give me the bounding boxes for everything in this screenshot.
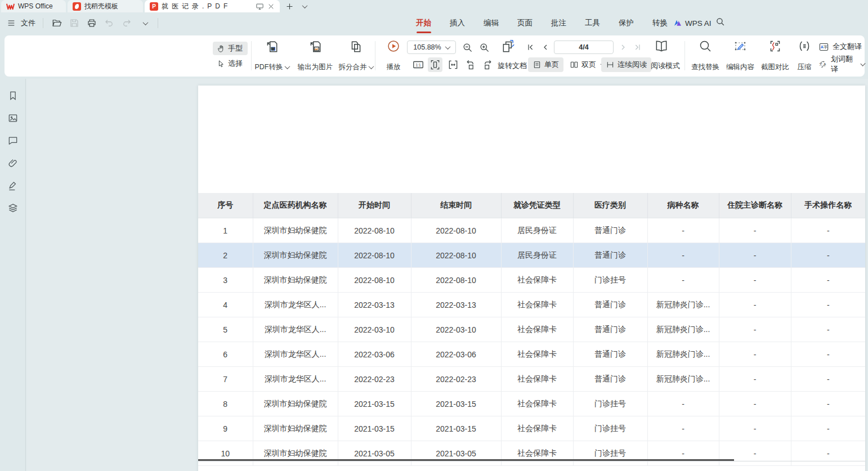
first-page-button[interactable] xyxy=(525,40,537,55)
play-button[interactable]: 播放 xyxy=(377,39,410,72)
word-translate-icon: A 文 xyxy=(818,59,827,70)
table-cell: 2022-08-10 xyxy=(411,218,501,243)
table-cell: 4 xyxy=(198,293,253,317)
table-cell: - xyxy=(791,441,865,466)
read-mode-label[interactable]: 阅读模式 xyxy=(651,61,680,71)
menu-item-insert[interactable]: 插入 xyxy=(449,17,466,29)
rotate-document-label[interactable]: 旋转文档 xyxy=(498,61,527,71)
menu-item-convert[interactable]: 转换 xyxy=(652,17,668,29)
menu-item-tools[interactable]: 工具 xyxy=(584,17,601,29)
actual-size-button[interactable]: 1:1 xyxy=(411,57,426,72)
play-icon xyxy=(387,39,400,53)
attachment-icon[interactable] xyxy=(7,158,19,169)
previous-page-button[interactable] xyxy=(539,40,552,55)
pdf-convert-button[interactable]: W PDF转换 xyxy=(250,39,293,72)
compress-button[interactable]: 压缩 xyxy=(791,39,817,72)
table-cell: 门诊挂号 xyxy=(573,392,647,416)
table-cell: 深圳市妇幼保健院 xyxy=(253,392,338,416)
divider xyxy=(43,18,43,28)
signature-pen-icon[interactable] xyxy=(7,180,19,191)
print-button[interactable] xyxy=(86,17,98,29)
wps-ai-button[interactable]: WPS AI xyxy=(673,12,712,34)
svg-text:文: 文 xyxy=(819,62,822,65)
table-row: 1深圳市妇幼保健院2022-08-102022-08-10居民身份证普通门诊--… xyxy=(198,218,865,243)
menu-item-protect[interactable]: 保护 xyxy=(618,17,634,29)
fit-page-button[interactable] xyxy=(428,57,442,72)
compress-icon xyxy=(798,39,811,53)
divider xyxy=(684,41,685,70)
table-cell: 社会保障卡 xyxy=(501,268,573,293)
plus-icon xyxy=(285,2,294,11)
play-label: 播放 xyxy=(387,62,401,72)
menu-item-comment[interactable]: 批注 xyxy=(551,17,567,29)
hamburger-menu-icon[interactable] xyxy=(7,19,16,28)
table-cell: 2022-03-10 xyxy=(338,317,411,342)
fit-width-button[interactable] xyxy=(446,57,460,72)
quickbar-more-button[interactable] xyxy=(138,17,150,29)
single-page-button[interactable]: 单页 xyxy=(528,57,563,72)
fit-width-icon xyxy=(448,59,459,70)
table-cell: 社会保障卡 xyxy=(501,392,573,416)
table-cell: 10 xyxy=(198,441,253,466)
table-cell: 2022-08-10 xyxy=(338,218,411,243)
redo-icon xyxy=(122,18,132,28)
next-page-button[interactable] xyxy=(617,40,629,55)
table-cell: 2021-03-15 xyxy=(411,416,501,441)
menu-search-button[interactable] xyxy=(715,17,725,26)
document-viewport[interactable]: 序号定点医药机构名称开始时间结束时间就诊凭证类型医疗类别病种名称住院主诊断名称手… xyxy=(26,79,868,471)
table-cell: - xyxy=(719,268,791,293)
split-merge-button[interactable]: 拆分合并 xyxy=(332,39,379,72)
last-page-button[interactable] xyxy=(631,40,643,55)
table-cell: - xyxy=(719,392,791,416)
tab-list-button[interactable] xyxy=(298,1,308,11)
select-tool-button[interactable]: 选择 xyxy=(213,57,248,70)
save-button[interactable] xyxy=(68,17,80,29)
search-icon xyxy=(715,17,725,26)
svg-text:A: A xyxy=(824,62,826,65)
rotate-document-button[interactable] xyxy=(500,39,517,53)
menu-item-page[interactable]: 页面 xyxy=(517,17,533,29)
svg-text:A: A xyxy=(821,45,824,50)
table-header-cell: 定点医药机构名称 xyxy=(253,193,338,218)
tab-wps-home[interactable]: WPS Office xyxy=(1,0,66,12)
full-translate-button[interactable]: A 字 全文翻译 xyxy=(818,41,862,53)
zoom-in-button[interactable] xyxy=(477,40,491,55)
table-row: 3深圳市妇幼保健院2022-08-102022-08-10社会保障卡门诊挂号--… xyxy=(198,268,865,293)
rotate-left-button[interactable] xyxy=(463,57,478,72)
table-row: 9深圳市妇幼保健院2021-03-152021-03-15社会保障卡门诊挂号--… xyxy=(198,416,865,441)
rotate-right-button[interactable] xyxy=(480,57,495,72)
menu-item-edit[interactable]: 编辑 xyxy=(483,17,499,29)
share-screen-icon[interactable] xyxy=(256,2,264,11)
edit-content-button[interactable]: 编辑内容 xyxy=(723,39,758,72)
hand-tool-button[interactable]: 手型 xyxy=(213,42,248,55)
double-page-label: 双页 xyxy=(581,60,596,70)
layers-icon[interactable] xyxy=(7,203,19,214)
redo-button[interactable] xyxy=(120,17,133,29)
read-mode-button[interactable] xyxy=(652,39,671,53)
new-tab-button[interactable] xyxy=(284,1,294,11)
close-tab-icon[interactable] xyxy=(267,3,275,10)
file-menu-button[interactable]: 文件 xyxy=(21,18,35,28)
screenshot-compare-button[interactable]: 截图对比 xyxy=(758,39,793,72)
word-translate-button[interactable]: A 文 划词翻译 xyxy=(818,58,865,70)
zoom-level-select[interactable]: 105.88% xyxy=(407,41,456,54)
comment-icon[interactable] xyxy=(7,135,19,146)
edit-content-icon xyxy=(733,39,747,53)
table-cell: 2022-02-23 xyxy=(411,367,501,392)
thumbnail-image-icon[interactable] xyxy=(7,113,19,124)
continuous-read-button[interactable]: 连续阅读 xyxy=(601,57,651,72)
menu-item-home[interactable]: 开始 xyxy=(415,17,432,29)
open-file-button[interactable] xyxy=(51,17,63,29)
previous-page-icon xyxy=(541,43,550,52)
table-cell: 社会保障卡 xyxy=(501,317,573,342)
zoom-out-button[interactable] xyxy=(460,40,475,55)
find-replace-button[interactable]: 查找替换 xyxy=(688,39,723,72)
bookmark-icon[interactable] xyxy=(7,90,19,101)
tab-docer-templates[interactable]: 找稻壳模板 xyxy=(68,0,143,12)
docer-icon xyxy=(73,2,81,11)
table-header-cell: 序号 xyxy=(198,193,253,218)
undo-button[interactable] xyxy=(103,17,115,29)
table-row: 2深圳市妇幼保健院2022-08-102022-08-10居民身份证普通门诊--… xyxy=(198,243,865,268)
page-number-input[interactable]: 4/4 xyxy=(554,41,614,54)
tab-document[interactable]: P 就医记录.PDF xyxy=(145,0,280,12)
